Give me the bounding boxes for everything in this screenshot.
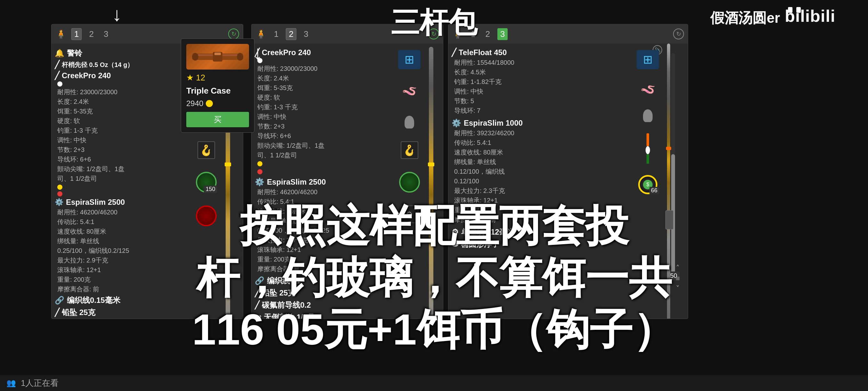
svg-rect-2: [796, 7, 801, 13]
right-item-spool: ⊞: [637, 50, 659, 69]
right-item-reel: $ 66: [638, 175, 657, 194]
buy-button[interactable]: 买: [186, 112, 249, 127]
popup-price: 2940: [186, 99, 249, 108]
rod-visual-right: [667, 44, 670, 319]
tab-2-left[interactable]: 2: [86, 29, 96, 40]
bilibili-logo: bilibili: [785, 6, 849, 30]
popup-card: ★ 12 Triple Case 2940 买: [181, 38, 254, 133]
dots-row-2: [57, 185, 154, 196]
section-bell: 🔔 警铃: [55, 48, 154, 58]
right-item-weight: [643, 109, 653, 122]
popup-item-name: Triple Case: [186, 86, 249, 96]
tackle-items-mid: ⊞ 🪱 🪝 ⚙: [398, 50, 421, 223]
right-item-worm: 🪱: [637, 80, 659, 98]
mid-item-weight: [405, 116, 414, 129]
popup-stars: ★ 12: [186, 73, 249, 83]
svg-rect-1: [788, 7, 793, 13]
person-icon-left: 🧍: [55, 29, 67, 39]
right-item-float: [646, 133, 650, 164]
tab-3-middle[interactable]: 3: [301, 29, 311, 40]
item-reel-green: 150: [196, 172, 217, 193]
rotation-icon-right[interactable]: ↻: [673, 29, 684, 39]
right-section-telefloat: ╱ TeleFloat 450: [452, 48, 560, 57]
bottom-bar: 👥 1人正在看: [0, 375, 868, 391]
tackle-items-right: ⊞ 🪱 $ 66: [637, 50, 659, 194]
espira-stats: 耐用性: 46200/46200 传动比: 5.4:1 速度收线: 80厘米 绑…: [57, 207, 154, 294]
item-hook: 🪝: [197, 141, 215, 159]
rotation-icon-left[interactable]: ↻: [228, 29, 239, 39]
section-espira: ⚙️ EspiraSlim 2500: [55, 198, 154, 207]
tab-2-middle[interactable]: 2: [286, 28, 296, 40]
right-section-mono: ⚙ 单丝线0.12毫米: [452, 227, 560, 237]
mid-creekpro-stats: 耐用性: 23000/23000 长度: 2.4米 饵重: 5-35克 硬度: …: [257, 64, 348, 160]
person-icon-middle: 🧍: [255, 29, 267, 39]
telefloat-stats: 耐用性: 15544/18000 长度: 4.5米 钓重: 1-1.82千克 调…: [454, 58, 560, 115]
svg-point-6: [237, 53, 243, 61]
section-weight: ╱ 铅坠 25克: [55, 307, 154, 317]
viewers-count: 1人正在看: [21, 378, 59, 389]
left-arrow: ↓: [112, 3, 122, 25]
mid-espira-stats: 耐用性: 46200/46200 传动比: 5.4:1 速度收线: 80厘米 绑…: [257, 187, 348, 274]
mid-item-reel-green: [399, 172, 420, 193]
right-section-espira1000: ⚙️ EspiraSlim 1000: [452, 119, 560, 128]
panel-middle: 🧍 1 2 3 ↻ ╱ CreekPro 240 耐用性: 23000/2300…: [251, 24, 443, 319]
user-name: 假酒汤圆er: [710, 9, 780, 28]
mid-item-small: ⚙: [401, 205, 418, 223]
middle-stats-col: ╱ CreekPro 240 耐用性: 23000/23000 长度: 2.4米…: [252, 44, 351, 318]
right-stats-col: ╱ TeleFloat 450 耐用性: 15544/18000 长度: 4.5…: [448, 44, 564, 318]
reel-seat-right: [665, 210, 673, 229]
video-area: ↓ 三杆包 ↓ 假酒汤圆er bilibili 🧍 1 2 3 ↻: [0, 0, 868, 375]
panel-middle-visual: ⊞ 🪱 🪝 ⚙: [351, 44, 443, 318]
panel-right-header: 🧍 1 2 3 ↻: [448, 24, 688, 44]
mid-section-espira: ⚙️ EspiraSlim 2500: [255, 177, 348, 187]
branding-area: 假酒汤圆er bilibili: [710, 6, 849, 30]
dots-row: [57, 81, 154, 86]
mid-section-creekpro: ╱ CreekPro 240: [255, 48, 348, 57]
mid-item-hook: 🪝: [401, 141, 418, 159]
tab-1-left[interactable]: 1: [71, 28, 82, 40]
tab-3-right[interactable]: 3: [497, 28, 507, 40]
tab-1-middle[interactable]: 1: [271, 29, 281, 40]
mid-section-leader: ╱ 碳氟前导线0.2: [255, 300, 348, 310]
panel-right-visual: 📎 ⊞ 🪱: [564, 44, 688, 318]
panel-middle-body: ╱ CreekPro 240 耐用性: 23000/23000 长度: 2.4米…: [252, 44, 443, 318]
section-braid: 🔗 编织线0.15毫米: [55, 295, 154, 305]
mid-item-spool: ⊞: [398, 50, 421, 69]
svg-point-5: [192, 53, 198, 61]
video-title: 三杆包: [391, 3, 477, 42]
scroll-down-arrow[interactable]: ˅: [676, 285, 680, 293]
mid-section-braid: 🔗 编织线0.1: [255, 276, 348, 286]
item-reel-red: [196, 205, 217, 226]
tab-2-right[interactable]: 2: [483, 29, 492, 40]
mid-section-hook: ↩ 无倒刺钩 1/0号: [255, 312, 348, 318]
coin-icon: [206, 100, 213, 107]
panel-right-body: ╱ TeleFloat 450 耐用性: 15544/18000 长度: 4.5…: [448, 44, 688, 318]
creekpro-stats: 耐用性: 23000/23000 长度: 2.4米 饵重: 5-35克 硬度: …: [57, 87, 154, 183]
right-section-float: ⬬ 椭圆形浮子: [452, 239, 560, 249]
popup-item-image: [186, 44, 249, 69]
scroll-up-arrow[interactable]: ˄: [676, 264, 680, 273]
mid-dots-2: [257, 161, 348, 176]
svg-rect-8: [214, 53, 221, 55]
left-stats-col: 🔔 警铃 ╱ 杆梢先径 0.5 Oz（14 g） ╱ CreekPro 240 …: [52, 44, 157, 318]
rod-visual-mid: [429, 47, 433, 316]
panel-right: 🧍 1 2 3 ↻ ╱ TeleFloat 450 耐用性: 15544/180…: [448, 24, 688, 319]
section-tip-weight: ╱ 杆梢先径 0.5 Oz（14 g）: [55, 60, 154, 69]
espira1000-stats: 耐用性: 39232/46200 传动比: 5.4:1 速度收线: 80厘米 绑…: [454, 128, 560, 224]
scroll-horiz: ≡: [676, 274, 680, 283]
viewers-icon: 👥: [6, 379, 16, 388]
scroll-arrows[interactable]: ˄ ≡ ˅: [676, 264, 680, 293]
mid-section-weight: ╱ 铅坠 25克: [255, 288, 348, 298]
tab-3-left[interactable]: 3: [101, 29, 111, 40]
progress-bar-right[interactable]: [671, 53, 675, 278]
mid-item-worm: 🪱: [398, 82, 421, 100]
mid-dots-1: [257, 58, 348, 63]
section-creekpro: ╱ CreekPro 240: [55, 71, 154, 80]
